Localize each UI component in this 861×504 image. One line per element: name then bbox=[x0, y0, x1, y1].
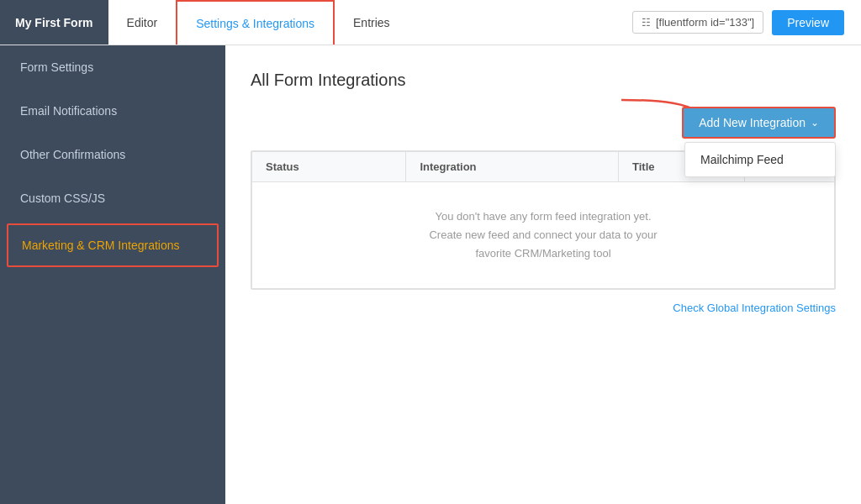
sidebar: Form Settings Email Notifications Other … bbox=[0, 45, 225, 504]
page-title: All Form Integrations bbox=[251, 71, 836, 90]
add-btn-label: Add New Integration bbox=[699, 116, 806, 129]
check-global-link[interactable]: Check Global Integration Settings bbox=[251, 302, 836, 314]
layout: Form Settings Email Notifications Other … bbox=[0, 45, 861, 504]
sidebar-item-form-settings[interactable]: Form Settings bbox=[0, 45, 225, 89]
top-bar: My First Form Editor Settings & Integrat… bbox=[0, 0, 861, 45]
chevron-down-icon: ⌄ bbox=[811, 117, 819, 129]
empty-line2: Create new feed and connect your data to… bbox=[429, 228, 657, 241]
empty-state-row: You don't have any form feed integration… bbox=[252, 182, 835, 289]
add-integration-button[interactable]: Add New Integration ⌄ bbox=[682, 107, 836, 139]
sidebar-item-marketing-crm[interactable]: Marketing & CRM Integrations bbox=[7, 223, 219, 267]
tab-editor[interactable]: Editor bbox=[108, 0, 177, 45]
shortcode-icon: ☷ bbox=[642, 17, 651, 29]
tab-settings[interactable]: Settings & Integrations bbox=[176, 0, 335, 45]
preview-button[interactable]: Preview bbox=[772, 10, 844, 35]
button-row: Add New Integration ⌄ Mailchimp Feed bbox=[251, 107, 836, 139]
integration-dropdown: Mailchimp Feed bbox=[684, 142, 836, 177]
sidebar-item-email-notifications[interactable]: Email Notifications bbox=[0, 89, 225, 133]
col-status: Status bbox=[252, 152, 406, 182]
empty-line1: You don't have any form feed integration… bbox=[435, 210, 651, 223]
shortcode-text: [fluentform id="133"] bbox=[656, 16, 754, 29]
top-bar-right: ☷ [fluentform id="133"] Preview bbox=[632, 10, 861, 35]
sidebar-item-other-confirmations[interactable]: Other Confirmations bbox=[0, 133, 225, 176]
tab-entries[interactable]: Entries bbox=[335, 0, 409, 45]
shortcode-box: ☷ [fluentform id="133"] bbox=[632, 11, 763, 34]
empty-line3: favorite CRM/Marketing tool bbox=[475, 247, 610, 260]
sidebar-item-custom-css-js[interactable]: Custom CSS/JS bbox=[0, 176, 225, 220]
top-nav: Editor Settings & Integrations Entries bbox=[108, 0, 632, 45]
app-logo: My First Form bbox=[0, 0, 108, 45]
dropdown-item-mailchimp[interactable]: Mailchimp Feed bbox=[685, 143, 835, 176]
logo-text: My First Form bbox=[15, 16, 93, 29]
main-content: All Form Integrations Add New Integratio… bbox=[225, 45, 861, 504]
col-integration: Integration bbox=[406, 152, 619, 182]
